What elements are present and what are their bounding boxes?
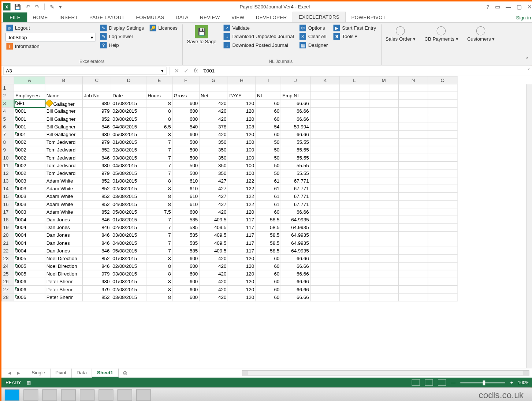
cell[interactable] xyxy=(428,138,457,146)
cell[interactable]: 852 xyxy=(82,255,111,262)
cell[interactable]: 05/08/2015 xyxy=(111,169,146,177)
name-box[interactable]: A3▾ xyxy=(3,67,166,75)
tab-developer[interactable]: DEVELOPER xyxy=(250,12,293,22)
cell[interactable] xyxy=(340,255,369,262)
cell[interactable]: 66.66 xyxy=(281,100,310,107)
cell[interactable] xyxy=(428,146,457,154)
cell[interactable] xyxy=(369,154,398,161)
cell[interactable]: 500 xyxy=(172,169,200,177)
cell[interactable] xyxy=(310,131,339,138)
cell[interactable]: 100 xyxy=(228,154,256,161)
cell[interactable]: 409.5 xyxy=(199,247,228,255)
cell[interactable] xyxy=(369,200,398,208)
display-settings-button[interactable]: ✎Display Settings xyxy=(100,24,145,31)
tab-data[interactable]: DATA xyxy=(170,12,194,22)
cell[interactable] xyxy=(428,177,457,185)
cell[interactable]: 980 xyxy=(82,278,111,285)
cell[interactable]: 04/08/2015 xyxy=(111,123,146,131)
cell[interactable]: 04/08/2015 xyxy=(111,239,146,247)
cell[interactable]: 66.66 xyxy=(281,255,310,262)
cell[interactable] xyxy=(428,100,457,107)
cell[interactable]: 122 xyxy=(228,177,256,185)
download-posted-button[interactable]: ↓Download Posted Journal xyxy=(223,41,295,49)
cell[interactable]: 0005 xyxy=(14,262,45,270)
cell[interactable]: 8 xyxy=(146,177,172,185)
cell[interactable] xyxy=(398,262,428,270)
cell[interactable] xyxy=(398,107,428,115)
cell[interactable] xyxy=(310,208,339,216)
qat-save[interactable]: 💾 xyxy=(13,4,22,10)
cell[interactable]: 60 xyxy=(256,278,281,285)
cell[interactable]: Tom Jedward xyxy=(45,138,83,146)
cell[interactable] xyxy=(310,239,339,247)
tools-button[interactable]: ✖Tools ▾ xyxy=(333,33,377,40)
cell[interactable] xyxy=(428,107,457,115)
cell[interactable] xyxy=(369,123,398,131)
row-header[interactable]: 23 xyxy=(2,255,14,262)
cell[interactable] xyxy=(428,216,457,224)
cell[interactable]: 979 xyxy=(82,138,111,146)
row-header[interactable]: 24 xyxy=(2,262,14,270)
cell[interactable] xyxy=(369,293,398,301)
cell[interactable]: 610 xyxy=(172,177,200,185)
cell[interactable]: 64.9935 xyxy=(281,224,310,231)
cell[interactable]: 7.5 xyxy=(146,208,172,216)
row-header[interactable]: 18 xyxy=(2,216,14,224)
cell[interactable] xyxy=(111,84,146,92)
validate-button[interactable]: ✓Validate xyxy=(223,24,295,31)
collapse-ribbon-icon[interactable]: ˄ xyxy=(523,54,531,65)
cell[interactable]: 64.9935 xyxy=(281,239,310,247)
cell[interactable]: 600 xyxy=(172,278,200,285)
col-header-N[interactable]: N xyxy=(398,76,428,84)
row-header[interactable]: 10 xyxy=(2,154,14,161)
cell[interactable]: 02/08/2015 xyxy=(111,107,146,115)
ribbon-toggle-icon[interactable]: ▭ xyxy=(495,4,500,10)
cell[interactable] xyxy=(428,192,457,200)
row-header[interactable]: 8 xyxy=(2,138,14,146)
cell[interactable] xyxy=(398,185,428,192)
cell[interactable] xyxy=(398,138,428,146)
page-layout-view-button[interactable] xyxy=(425,379,433,386)
cell[interactable]: 58.5 xyxy=(256,216,281,224)
cell[interactable] xyxy=(398,169,428,177)
cell[interactable]: 60 xyxy=(256,270,281,278)
cell[interactable] xyxy=(369,115,398,123)
tab-formulas[interactable]: FORMULAS xyxy=(130,12,170,22)
cell[interactable]: 0002 xyxy=(14,154,45,161)
cell[interactable] xyxy=(310,107,339,115)
cell[interactable]: 8 xyxy=(146,107,172,115)
cell[interactable]: 54 xyxy=(256,123,281,131)
cell[interactable]: 8 xyxy=(146,192,172,200)
cell[interactable]: 540 xyxy=(172,123,200,131)
cell[interactable]: 980 xyxy=(82,100,111,107)
cell[interactable]: 852 xyxy=(82,293,111,301)
cell[interactable] xyxy=(398,100,428,107)
page-break-view-button[interactable] xyxy=(438,379,446,386)
cell[interactable]: 120 xyxy=(228,131,256,138)
cell[interactable] xyxy=(310,224,339,231)
cell[interactable]: 01/08/2015 xyxy=(111,216,146,224)
cell[interactable]: 409.5 xyxy=(199,231,228,239)
cell[interactable] xyxy=(340,286,369,293)
row-header[interactable]: 22 xyxy=(2,247,14,255)
cell[interactable]: 600 xyxy=(172,115,200,123)
cell[interactable]: 0005 xyxy=(14,270,45,278)
cell[interactable] xyxy=(428,131,457,138)
cell[interactable]: 03/08/2015 xyxy=(111,231,146,239)
help-button[interactable]: ?Help xyxy=(100,41,179,49)
tab-excelerators[interactable]: EXCELERATORS xyxy=(293,12,346,22)
cell[interactable]: 846 xyxy=(82,123,111,131)
tab-review[interactable]: REVIEW xyxy=(194,12,226,22)
cell[interactable]: 03/08/2015 xyxy=(111,192,146,200)
cb-payments-button[interactable]: CB Payments ▾ xyxy=(422,24,461,58)
cell[interactable] xyxy=(398,208,428,216)
cell[interactable]: 120 xyxy=(228,278,256,285)
cell[interactable]: 50 xyxy=(256,146,281,154)
cell[interactable]: 03/08/2015 xyxy=(111,293,146,301)
cell[interactable] xyxy=(340,154,369,161)
col-header-H[interactable]: H xyxy=(228,76,256,84)
cell[interactable]: 64.9935 xyxy=(281,247,310,255)
cell[interactable] xyxy=(340,216,369,224)
cell[interactable] xyxy=(369,92,398,100)
cell[interactable]: 117 xyxy=(228,247,256,255)
